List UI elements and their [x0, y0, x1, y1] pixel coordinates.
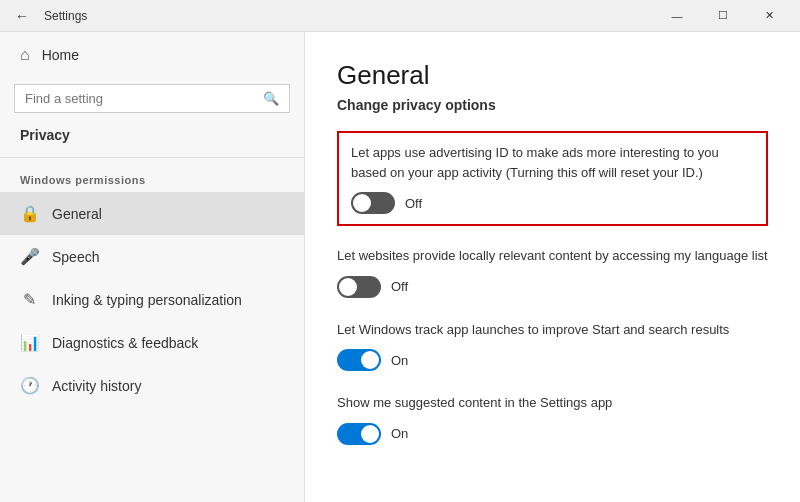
home-icon: ⌂ [20, 46, 30, 64]
toggle-track-launches[interactable] [337, 349, 381, 371]
app-body: ⌂ Home 🔍 Privacy Windows permissions 🔒 G… [0, 32, 800, 502]
windows-permissions-label: Windows permissions [0, 162, 304, 192]
search-box: 🔍 [14, 84, 290, 113]
main-content: General Change privacy options Let apps … [305, 32, 800, 502]
toggle-knob-2 [339, 278, 357, 296]
section-title: Change privacy options [337, 97, 768, 113]
page-title: General [337, 60, 768, 91]
setting-language-list-text: Let websites provide locally relevant co… [337, 246, 768, 266]
toggle-row-suggested-content: On [337, 423, 768, 445]
toggle-suggested-content[interactable] [337, 423, 381, 445]
speech-icon: 🎤 [20, 247, 38, 266]
sidebar-item-activity[interactable]: 🕐 Activity history [0, 364, 304, 407]
window-controls: — ☐ ✕ [654, 0, 792, 32]
minimize-button[interactable]: — [654, 0, 700, 32]
toggle-language-list-label: Off [391, 279, 408, 294]
general-icon: 🔒 [20, 204, 38, 223]
setting-advertising-id-text: Let apps use advertising ID to make ads … [351, 143, 754, 182]
privacy-label: Privacy [0, 123, 304, 153]
sidebar-item-general[interactable]: 🔒 General [0, 192, 304, 235]
app-title: Settings [44, 9, 87, 23]
toggle-row-advertising-id: Off [351, 192, 754, 214]
setting-suggested-content-text: Show me suggested content in the Setting… [337, 393, 768, 413]
toggle-knob-4 [361, 425, 379, 443]
toggle-language-list[interactable] [337, 276, 381, 298]
toggle-advertising-id[interactable] [351, 192, 395, 214]
toggle-advertising-id-label: Off [405, 196, 422, 211]
title-bar: ← Settings — ☐ ✕ [0, 0, 800, 32]
maximize-button[interactable]: ☐ [700, 0, 746, 32]
toggle-knob [353, 194, 371, 212]
setting-track-launches-text: Let Windows track app launches to improv… [337, 320, 768, 340]
home-label: Home [42, 47, 79, 63]
search-input[interactable] [25, 91, 255, 106]
search-icon: 🔍 [263, 91, 279, 106]
activity-icon: 🕐 [20, 376, 38, 395]
sidebar-item-home[interactable]: ⌂ Home [0, 32, 304, 78]
sidebar-divider-1 [0, 157, 304, 158]
sidebar-item-inking[interactable]: ✎ Inking & typing personalization [0, 278, 304, 321]
sidebar-item-diagnostics[interactable]: 📊 Diagnostics & feedback [0, 321, 304, 364]
sidebar: ⌂ Home 🔍 Privacy Windows permissions 🔒 G… [0, 32, 305, 502]
toggle-row-language-list: Off [337, 276, 768, 298]
setting-advertising-id: Let apps use advertising ID to make ads … [337, 131, 768, 226]
inking-icon: ✎ [20, 290, 38, 309]
toggle-track-launches-label: On [391, 353, 408, 368]
setting-suggested-content: Show me suggested content in the Setting… [337, 393, 768, 445]
diagnostics-icon: 📊 [20, 333, 38, 352]
toggle-knob-3 [361, 351, 379, 369]
close-button[interactable]: ✕ [746, 0, 792, 32]
toggle-row-track-launches: On [337, 349, 768, 371]
toggle-suggested-content-label: On [391, 426, 408, 441]
setting-language-list: Let websites provide locally relevant co… [337, 246, 768, 298]
back-button[interactable]: ← [8, 2, 36, 30]
setting-track-launches: Let Windows track app launches to improv… [337, 320, 768, 372]
sidebar-item-speech[interactable]: 🎤 Speech [0, 235, 304, 278]
